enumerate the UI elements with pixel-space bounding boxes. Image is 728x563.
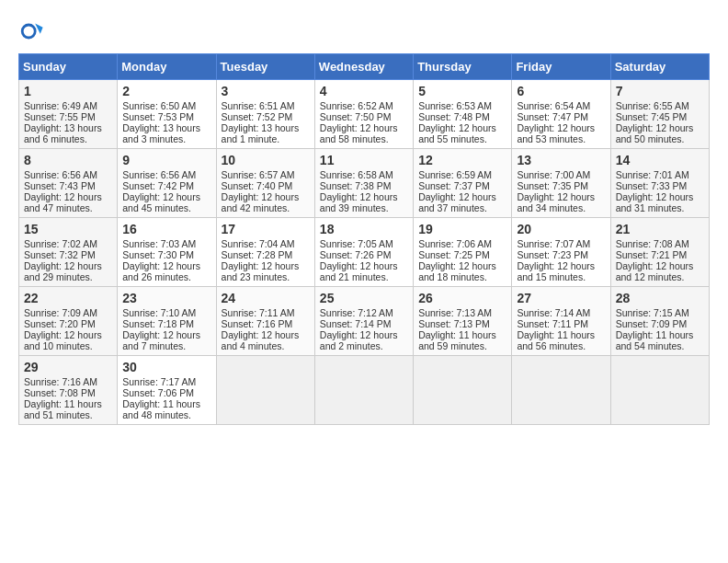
sunrise: Sunrise: 6:57 AM xyxy=(222,169,295,180)
sunrise: Sunrise: 7:17 AM xyxy=(122,376,196,387)
col-saturday: Saturday xyxy=(610,54,709,80)
calendar-cell: 8Sunrise: 6:56 AMSunset: 7:43 PMDaylight… xyxy=(19,149,118,218)
sunrise: Sunrise: 7:04 AM xyxy=(222,238,295,249)
calendar-row: 1Sunrise: 6:49 AMSunset: 7:55 PMDaylight… xyxy=(19,80,710,149)
sunrise: Sunrise: 7:13 AM xyxy=(418,307,492,318)
daylight: Daylight: 12 hours and 55 minutes. xyxy=(418,122,496,144)
sunrise: Sunrise: 6:56 AM xyxy=(122,169,196,180)
sunrise: Sunrise: 6:55 AM xyxy=(616,100,689,111)
calendar-cell: 17Sunrise: 7:04 AMSunset: 7:28 PMDayligh… xyxy=(216,218,314,287)
sunset: Sunset: 7:18 PM xyxy=(122,318,194,329)
sunset: Sunset: 7:21 PM xyxy=(616,249,688,260)
day-number: 5 xyxy=(418,84,506,98)
sunrise: Sunrise: 6:49 AM xyxy=(24,100,97,111)
sunrise: Sunrise: 6:58 AM xyxy=(320,169,393,180)
col-wednesday: Wednesday xyxy=(314,54,413,80)
sunrise: Sunrise: 7:06 AM xyxy=(418,238,492,249)
daylight: Daylight: 12 hours and 12 minutes. xyxy=(616,260,694,282)
sunset: Sunset: 7:13 PM xyxy=(418,318,490,329)
sunrise: Sunrise: 6:51 AM xyxy=(222,100,295,111)
sunrise: Sunrise: 7:03 AM xyxy=(122,238,196,249)
day-number: 19 xyxy=(418,222,506,236)
calendar-cell xyxy=(216,356,314,425)
sunset: Sunset: 7:53 PM xyxy=(122,111,194,122)
daylight: Daylight: 12 hours and 21 minutes. xyxy=(320,260,398,282)
day-number: 29 xyxy=(24,360,112,374)
sunrise: Sunrise: 7:11 AM xyxy=(222,307,295,318)
col-friday: Friday xyxy=(512,54,610,80)
sunset: Sunset: 7:26 PM xyxy=(320,249,392,260)
day-number: 18 xyxy=(320,222,408,236)
daylight: Daylight: 12 hours and 45 minutes. xyxy=(122,191,200,213)
daylight: Daylight: 11 hours and 51 minutes. xyxy=(24,398,102,420)
day-number: 2 xyxy=(122,84,210,98)
day-number: 14 xyxy=(616,153,704,167)
col-thursday: Thursday xyxy=(414,54,512,80)
sunset: Sunset: 7:35 PM xyxy=(517,180,588,191)
daylight: Daylight: 12 hours and 4 minutes. xyxy=(222,329,300,351)
sunrise: Sunrise: 7:12 AM xyxy=(320,307,393,318)
day-number: 1 xyxy=(24,84,112,98)
calendar-cell: 6Sunrise: 6:54 AMSunset: 7:47 PMDaylight… xyxy=(512,80,610,149)
daylight: Daylight: 12 hours and 31 minutes. xyxy=(616,191,694,213)
day-number: 25 xyxy=(320,291,408,305)
sunrise: Sunrise: 7:00 AM xyxy=(517,169,590,180)
daylight: Daylight: 13 hours and 3 minutes. xyxy=(122,122,200,144)
calendar-cell: 1Sunrise: 6:49 AMSunset: 7:55 PMDaylight… xyxy=(19,80,118,149)
calendar-cell: 16Sunrise: 7:03 AMSunset: 7:30 PMDayligh… xyxy=(118,218,216,287)
calendar-cell: 24Sunrise: 7:11 AMSunset: 7:16 PMDayligh… xyxy=(216,287,314,356)
sunset: Sunset: 7:37 PM xyxy=(418,180,490,191)
daylight: Daylight: 12 hours and 58 minutes. xyxy=(320,122,398,144)
calendar-cell: 22Sunrise: 7:09 AMSunset: 7:20 PMDayligh… xyxy=(19,287,118,356)
calendar-cell: 11Sunrise: 6:58 AMSunset: 7:38 PMDayligh… xyxy=(314,149,413,218)
sunset: Sunset: 7:16 PM xyxy=(222,318,293,329)
sunset: Sunset: 7:48 PM xyxy=(418,111,490,122)
sunset: Sunset: 7:14 PM xyxy=(320,318,392,329)
calendar-row: 8Sunrise: 6:56 AMSunset: 7:43 PMDaylight… xyxy=(19,149,710,218)
daylight: Daylight: 12 hours and 18 minutes. xyxy=(418,260,496,282)
calendar-cell: 18Sunrise: 7:05 AMSunset: 7:26 PMDayligh… xyxy=(314,218,413,287)
calendar-cell: 19Sunrise: 7:06 AMSunset: 7:25 PMDayligh… xyxy=(414,218,512,287)
calendar-cell: 26Sunrise: 7:13 AMSunset: 7:13 PMDayligh… xyxy=(414,287,512,356)
sunrise: Sunrise: 6:50 AM xyxy=(122,100,196,111)
sunset: Sunset: 7:52 PM xyxy=(222,111,293,122)
sunrise: Sunrise: 7:01 AM xyxy=(616,169,689,180)
day-number: 4 xyxy=(320,84,408,98)
calendar-row: 29Sunrise: 7:16 AMSunset: 7:08 PMDayligh… xyxy=(19,356,710,425)
daylight: Daylight: 12 hours and 34 minutes. xyxy=(517,191,595,213)
day-number: 27 xyxy=(517,291,605,305)
daylight: Daylight: 12 hours and 7 minutes. xyxy=(122,329,200,351)
calendar-cell: 5Sunrise: 6:53 AMSunset: 7:48 PMDaylight… xyxy=(414,80,512,149)
calendar-cell: 27Sunrise: 7:14 AMSunset: 7:11 PMDayligh… xyxy=(512,287,610,356)
daylight: Daylight: 11 hours and 54 minutes. xyxy=(616,329,694,351)
daylight: Daylight: 12 hours and 42 minutes. xyxy=(222,191,300,213)
page-header xyxy=(18,18,710,44)
sunset: Sunset: 7:20 PM xyxy=(24,318,96,329)
day-number: 30 xyxy=(122,360,210,374)
calendar-cell: 9Sunrise: 6:56 AMSunset: 7:42 PMDaylight… xyxy=(118,149,216,218)
day-number: 6 xyxy=(517,84,605,98)
calendar-cell xyxy=(610,356,709,425)
sunrise: Sunrise: 7:10 AM xyxy=(122,307,196,318)
calendar-cell: 13Sunrise: 7:00 AMSunset: 7:35 PMDayligh… xyxy=(512,149,610,218)
calendar-cell: 15Sunrise: 7:02 AMSunset: 7:32 PMDayligh… xyxy=(19,218,118,287)
day-number: 9 xyxy=(122,153,210,167)
day-number: 24 xyxy=(222,291,310,305)
day-number: 10 xyxy=(222,153,310,167)
calendar-cell: 3Sunrise: 6:51 AMSunset: 7:52 PMDaylight… xyxy=(216,80,314,149)
day-number: 17 xyxy=(222,222,310,236)
sunset: Sunset: 7:25 PM xyxy=(418,249,490,260)
day-number: 7 xyxy=(616,84,704,98)
sunrise: Sunrise: 7:02 AM xyxy=(24,238,97,249)
calendar-cell: 4Sunrise: 6:52 AMSunset: 7:50 PMDaylight… xyxy=(314,80,413,149)
calendar-cell: 10Sunrise: 6:57 AMSunset: 7:40 PMDayligh… xyxy=(216,149,314,218)
sunset: Sunset: 7:55 PM xyxy=(24,111,96,122)
sunrise: Sunrise: 7:15 AM xyxy=(616,307,689,318)
day-number: 28 xyxy=(616,291,704,305)
sunset: Sunset: 7:43 PM xyxy=(24,180,96,191)
calendar-cell xyxy=(414,356,512,425)
daylight: Daylight: 13 hours and 6 minutes. xyxy=(24,122,102,144)
sunset: Sunset: 7:23 PM xyxy=(517,249,588,260)
daylight: Daylight: 11 hours and 59 minutes. xyxy=(418,329,496,351)
day-number: 8 xyxy=(24,153,112,167)
